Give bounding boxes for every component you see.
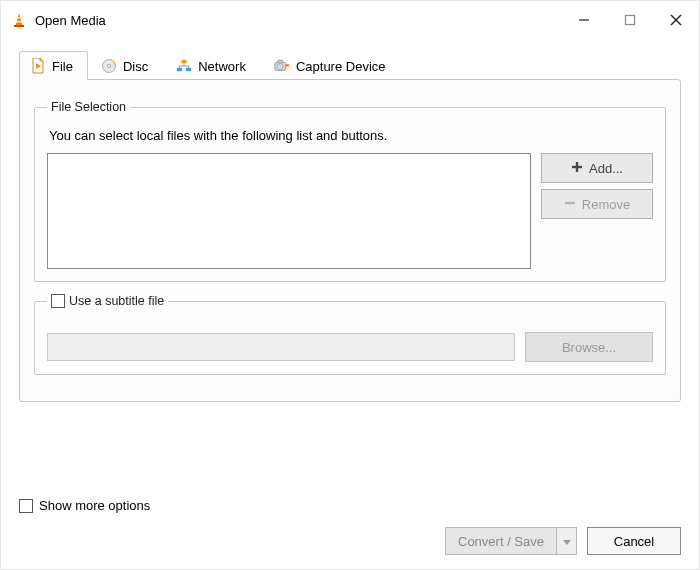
convert-save-label: Convert / Save	[458, 534, 544, 549]
disc-icon	[101, 58, 117, 74]
tab-disc-label: Disc	[123, 59, 148, 74]
window-controls	[561, 1, 699, 39]
file-list[interactable]	[47, 153, 531, 269]
add-button[interactable]: Add...	[541, 153, 653, 183]
use-subtitle-checkbox[interactable]	[51, 294, 65, 308]
svg-rect-18	[286, 64, 289, 66]
svg-marker-0	[16, 13, 23, 26]
svg-marker-22	[563, 540, 571, 545]
svg-rect-5	[626, 16, 635, 25]
network-icon	[176, 58, 192, 74]
tab-network[interactable]: Network	[165, 51, 261, 80]
svg-point-10	[107, 64, 110, 67]
window-title: Open Media	[35, 13, 106, 28]
svg-rect-2	[16, 21, 23, 22]
dialog-footer: Show more options Convert / Save Cancel	[1, 498, 699, 569]
file-icon	[30, 58, 46, 74]
file-selection-hint: You can select local files with the foll…	[49, 128, 653, 143]
convert-save-split-button: Convert / Save	[445, 527, 577, 555]
svg-rect-3	[14, 25, 24, 27]
remove-button[interactable]: Remove	[541, 189, 653, 219]
show-more-options-label: Show more options	[39, 498, 150, 513]
media-source-tabs: File Disc Network Capture Device	[19, 51, 681, 80]
vlc-cone-icon	[11, 12, 27, 28]
show-more-options-checkbox[interactable]	[19, 499, 33, 513]
titlebar: Open Media	[1, 1, 699, 39]
svg-rect-11	[182, 60, 187, 64]
chevron-down-icon	[563, 532, 571, 550]
plus-icon	[571, 161, 583, 176]
cancel-button[interactable]: Cancel	[587, 527, 681, 555]
file-panel: File Selection You can select local file…	[19, 79, 681, 402]
tab-file[interactable]: File	[19, 51, 88, 80]
maximize-button[interactable]	[607, 1, 653, 39]
open-media-dialog: Open Media File Disc	[0, 0, 700, 570]
tab-capture[interactable]: Capture Device	[263, 51, 401, 80]
remove-button-label: Remove	[582, 197, 630, 212]
subtitle-path-input	[47, 333, 515, 361]
tab-network-label: Network	[198, 59, 246, 74]
close-button[interactable]	[653, 1, 699, 39]
subtitle-legend-label: Use a subtitle file	[69, 294, 164, 308]
convert-save-button[interactable]: Convert / Save	[445, 527, 557, 555]
capture-device-icon	[274, 58, 290, 74]
subtitle-group: Use a subtitle file Browse...	[34, 294, 666, 375]
file-selection-legend: File Selection	[47, 100, 130, 114]
svg-rect-17	[277, 60, 282, 63]
cancel-label: Cancel	[614, 534, 654, 549]
minus-icon	[564, 197, 576, 212]
svg-rect-1	[16, 17, 21, 18]
add-button-label: Add...	[589, 161, 623, 176]
browse-button-label: Browse...	[562, 340, 616, 355]
svg-point-16	[279, 65, 281, 67]
minimize-button[interactable]	[561, 1, 607, 39]
tab-file-label: File	[52, 59, 73, 74]
tab-capture-label: Capture Device	[296, 59, 386, 74]
convert-save-dropdown-toggle[interactable]	[557, 527, 577, 555]
file-selection-group: File Selection You can select local file…	[34, 100, 666, 282]
tab-disc[interactable]: Disc	[90, 51, 163, 80]
dialog-content: File Disc Network Capture Device	[1, 39, 699, 402]
browse-subtitle-button: Browse...	[525, 332, 653, 362]
